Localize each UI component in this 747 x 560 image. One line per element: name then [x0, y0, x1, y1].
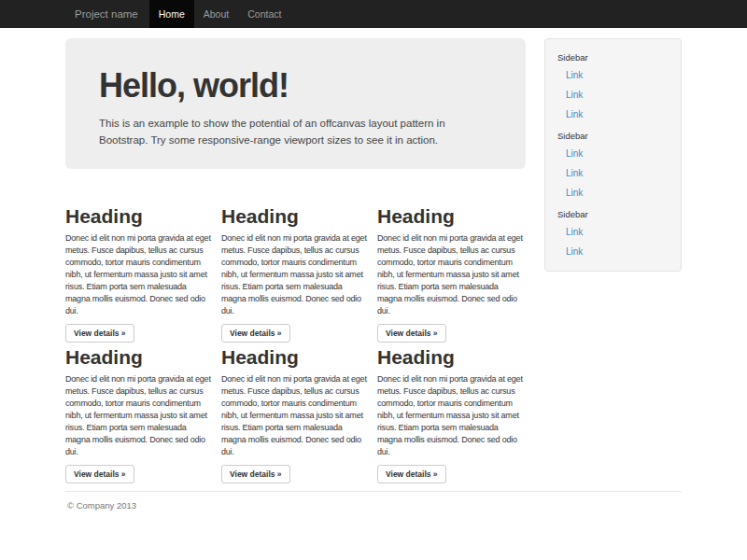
card-heading: Heading — [221, 347, 369, 368]
sidebar-group-title: Sidebar — [557, 51, 671, 63]
card-body-text: Donec id elit non mi porta gravida at eg… — [65, 232, 213, 317]
nav-item-contact[interactable]: Contact — [238, 0, 290, 28]
card: HeadingDonec id elit non mi porta gravid… — [65, 347, 213, 483]
card: HeadingDonec id elit non mi porta gravid… — [221, 206, 369, 343]
page-container: Hello, world! This is an example to show… — [65, 38, 682, 483]
card-heading: Heading — [377, 347, 525, 368]
card-body-text: Donec id elit non mi porta gravida at eg… — [221, 232, 369, 317]
card-heading: Heading — [377, 206, 525, 227]
card: HeadingDonec id elit non mi porta gravid… — [65, 206, 213, 343]
card-body-text: Donec id elit non mi porta gravida at eg… — [377, 232, 525, 317]
card: HeadingDonec id elit non mi porta gravid… — [221, 347, 369, 483]
view-details-button[interactable]: View details » — [221, 324, 290, 343]
nav-item-home[interactable]: Home — [149, 0, 194, 28]
sidebar-group-title: Sidebar — [557, 208, 671, 220]
card-heading: Heading — [65, 347, 213, 368]
sidebar-link[interactable]: Link — [557, 222, 671, 242]
navbar-container: Project name HomeAboutContact — [65, 0, 682, 28]
view-details-button[interactable]: View details » — [377, 465, 446, 483]
sidebar-group-title: Sidebar — [557, 130, 671, 142]
sidebar-link[interactable]: Link — [557, 183, 671, 203]
card-body-text: Donec id elit non mi porta gravida at eg… — [221, 373, 369, 458]
nav-item-about[interactable]: About — [194, 0, 238, 28]
cards-row-2: HeadingDonec id elit non mi porta gravid… — [65, 347, 526, 483]
card-heading: Heading — [65, 206, 213, 227]
card-heading: Heading — [221, 206, 369, 227]
sidebar-link[interactable]: Link — [557, 242, 671, 261]
sidebar-link[interactable]: Link — [557, 105, 671, 124]
sidebar-link[interactable]: Link — [557, 85, 671, 105]
jumbotron-lead: This is an example to show the potential… — [99, 115, 491, 148]
content-row: Hello, world! This is an example to show… — [65, 38, 682, 483]
copyright-text: © Company 2013 — [67, 500, 682, 511]
view-details-button[interactable]: View details » — [65, 465, 134, 483]
sidebar-link[interactable]: Link — [557, 65, 671, 85]
card-body-text: Donec id elit non mi porta gravida at eg… — [377, 373, 525, 458]
footer-divider — [65, 491, 682, 492]
navbar-brand[interactable]: Project name — [65, 0, 148, 28]
card: HeadingDonec id elit non mi porta gravid… — [377, 206, 525, 343]
navbar-menu: HomeAboutContact — [149, 0, 291, 28]
view-details-button[interactable]: View details » — [65, 324, 134, 343]
navbar: Project name HomeAboutContact — [0, 0, 747, 28]
page-title: Hello, world! — [99, 66, 492, 105]
sidebar-link[interactable]: Link — [557, 144, 671, 163]
card: HeadingDonec id elit non mi porta gravid… — [377, 347, 525, 483]
view-details-button[interactable]: View details » — [221, 465, 290, 483]
jumbotron: Hello, world! This is an example to show… — [65, 38, 526, 169]
cards-row-1: HeadingDonec id elit non mi porta gravid… — [65, 206, 526, 343]
view-details-button[interactable]: View details » — [377, 324, 446, 343]
main-column: Hello, world! This is an example to show… — [65, 38, 526, 483]
card-body-text: Donec id elit non mi porta gravida at eg… — [65, 373, 213, 458]
sidebar-link[interactable]: Link — [557, 163, 671, 183]
sidebar: SidebarLinkLinkLinkSidebarLinkLinkLinkSi… — [544, 38, 682, 272]
footer: © Company 2013 — [65, 491, 682, 511]
